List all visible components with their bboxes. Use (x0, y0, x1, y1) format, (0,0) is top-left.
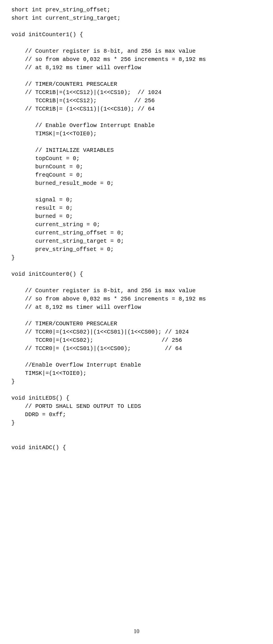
code-listing: short int prev_string_offset; short int … (11, 6, 262, 452)
document-page: short int prev_string_offset; short int … (0, 0, 273, 644)
page-number: 10 (0, 627, 273, 635)
